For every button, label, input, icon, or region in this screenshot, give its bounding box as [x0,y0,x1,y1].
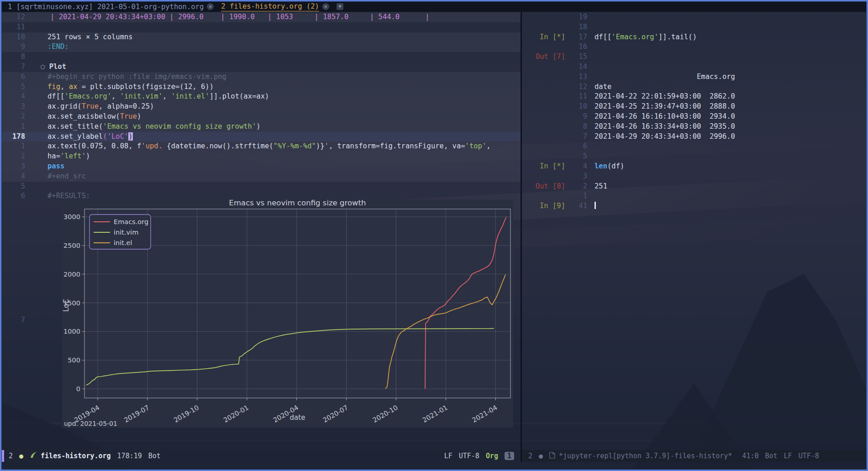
buffer-line: 5 [522,152,867,162]
code-token: ha= [47,152,60,160]
line-content: pass [25,162,64,172]
line-content: ax.set_axisbelow(True) [25,112,141,122]
line-number: 6 [1,72,25,82]
close-icon[interactable]: × [322,3,329,10]
buffer-state-dot: ● [539,452,543,460]
line-number: 7 [565,132,587,142]
line-number: 4 [565,162,587,172]
line-number: 8 [1,52,25,62]
buffer-line: Out [7]15 [522,52,867,62]
code-token: 'top' [465,142,487,150]
code-token: 2021-04-26 16:16:10+03:00 2934.0 [594,112,735,120]
buffer-line: 6 [522,141,867,152]
buffer-line: 1ax.text(0.075, 0.08, f'upd. {datetime.n… [1,141,521,152]
buffer-line: 8 [1,52,521,62]
line-content: ax.set_title('Emacs vs neovim config siz… [25,122,261,132]
code-token: len [594,162,607,170]
line-content: df[['Emacs.org']].tail() [591,32,697,42]
repl-in-prompt: In [*] [522,162,565,172]
code-token: df[[ [594,33,611,41]
code-token: = plt.subplots(figsize=(12, 6)) [77,83,214,91]
line-content: len(df) [591,162,624,172]
tab-label: 1 [sqrtminusone.xyz] 2021-05-01-org-pyth… [8,3,204,11]
code-token: #+begin_src python :file img/emacs-vim.p… [47,73,226,81]
code-token: "%Y-%m-%d" [274,142,316,150]
buffer-line: 3ax.grid(True, alpha=0.25) [1,102,521,112]
line-content: #+begin_src python :file img/emacs-vim.p… [25,72,226,82]
code-token: 'Emacs.org' [611,33,658,41]
line-content: 2021-04-26 16:16:10+03:00 2934.0 [591,112,735,122]
svg-text:2019-07: 2019-07 [123,404,150,424]
code-token: 2021-04-26 16:33:34+03:00 2935.0 [594,122,735,131]
window-index: 2 [528,452,532,460]
new-tab-icon[interactable]: + [337,3,343,10]
buffer-line: 6#+begin_src python :file img/emacs-vim.… [1,72,521,82]
svg-text:upd. 2021-05-01: upd. 2021-05-01 [64,420,117,427]
line-number: 14 [565,62,587,72]
line-number: 6 [565,141,587,152]
svg-text:2020-10: 2020-10 [372,404,399,424]
svg-text:2020-07: 2020-07 [322,404,349,424]
chart-svg: 0500100015002000250030002019-042019-0720… [62,199,513,428]
code-token: ax.set_axisbelow( [47,112,120,120]
repl-out-prompt: Out [8] [522,182,565,192]
code-token: )} [316,142,325,150]
buffer-line: 6#+RESULTS: [1,191,521,201]
buffer-line: 72021-04-29 20:43:34+03:00 2996.0 [522,132,867,142]
buffer-line: 3 [522,172,867,182]
line-number: 9 [565,112,587,122]
code-token: fig [47,83,60,91]
code-token: ax.text(0.075, 0.08, f [47,142,141,150]
close-icon[interactable]: × [207,3,214,10]
line-content: date [591,82,611,92]
code-token: 'Emacs vs neovim config size growth' [103,122,256,131]
code-token: 'left' [60,152,86,160]
buffer-line: 10251 rows × 5 columns [1,32,521,42]
line-number: 178 [1,132,25,142]
buffer-line: 102021-04-25 21:39:47+03:00 2888.0 [522,102,867,112]
line-content: 251 [591,182,607,192]
svg-text:2500: 2500 [63,242,80,249]
line-content: fig, ax = plt.subplots(figsize=(12, 6)) [25,82,214,92]
buffer-line: 19 [522,12,867,22]
buffer-line: 2ax.set_axisbelow(True) [1,112,521,122]
line-number: 3 [565,172,587,182]
code-token: True [82,102,99,110]
window-divider[interactable] [521,11,522,462]
buffer-line: 11 [1,22,521,32]
code-token: 2021-04-29 20:43:34+03:00 2996.0 [594,132,735,141]
code-token: Emacs.org [594,73,735,81]
evil-state-bar [1,450,4,462]
code-token: date [594,83,611,91]
line-content: ha='left') [25,152,90,162]
checker-badge: 1 [505,452,514,460]
tab-files-history-org-2-[interactable]: 2 files-history.org (2)× [218,1,332,12]
code-token: ○ [41,63,49,71]
svg-text:2021-01: 2021-01 [421,404,448,424]
org-mode-icon [30,451,37,461]
code-token: 'init.el' [171,92,210,100]
buffer-line: 18 [522,22,867,32]
org-buffer-window[interactable]: 7 0500100015002000250030002019-042019-07… [1,11,521,450]
line-number: 3 [1,102,25,112]
line-content: :END: [25,42,69,52]
buffer-line: 16 [522,42,867,52]
line-number: 1 [1,122,25,132]
svg-text:500: 500 [68,356,80,364]
line-content: 2021-04-29 20:43:34+03:00 2996.0 [591,132,735,142]
buffer-line: 1 [522,191,867,201]
file-icon [549,452,555,461]
buffer-line: 13 Emacs.org [522,72,867,82]
tab-label: 2 files-history.org (2) [221,2,319,11]
jupyter-repl-window[interactable]: 1918In [*]17df[['Emacs.org']].tail()16Ou… [522,11,867,450]
svg-text:3000: 3000 [63,213,80,220]
tab--sqrtminusone-xyz-2021-05-01-org-python-org[interactable]: 1 [sqrtminusone.xyz] 2021-05-01-org-pyth… [5,1,216,12]
code-token: , [163,92,171,100]
buffer-line: 12date [522,82,867,92]
buffer-line: 4df[['Emacs.org', 'init.vim', 'init.el']… [1,92,521,102]
line-number: 5 [565,152,587,162]
code-token: 'LoC' [107,132,129,141]
code-token: , [111,92,120,100]
code-token: | 2021-04-29 20:43:34+03:00 | 2996.0 | 1… [50,13,430,21]
line-number: 41 [565,201,587,211]
